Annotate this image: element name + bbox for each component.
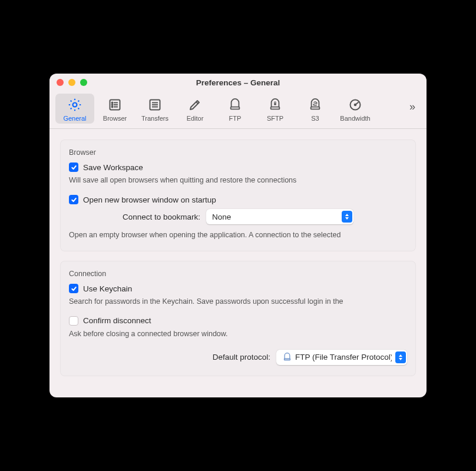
select-value: None — [212, 213, 338, 221]
preferences-toolbar: General Browser Transfers — [49, 91, 427, 129]
list-icon — [107, 97, 123, 113]
default-protocol-label: Default protocol: — [213, 353, 270, 361]
titlebar: Preferences – General — [49, 74, 427, 91]
open-on-startup-checkbox[interactable]: Open new browser window on startup — [69, 195, 407, 204]
disk-lock-icon — [267, 97, 283, 113]
section-title: Connection — [69, 270, 407, 278]
pencil-icon — [187, 97, 203, 113]
checkbox-label: Save Workspace — [83, 163, 143, 172]
gauge-icon — [347, 97, 363, 113]
tab-s3[interactable]: S3 — [296, 94, 335, 124]
svg-rect-15 — [311, 107, 320, 110]
svg-rect-18 — [284, 359, 290, 360]
connect-bookmark-label: Connect to bookmark: — [123, 213, 200, 221]
tab-label: Bandwidth — [340, 115, 370, 122]
save-workspace-checkbox[interactable]: Save Workspace — [69, 162, 407, 172]
checkbox-label: Confirm disconnect — [83, 316, 151, 325]
tab-label: Transfers — [141, 115, 168, 122]
tab-transfers[interactable]: Transfers — [135, 94, 174, 124]
tab-bandwidth[interactable]: Bandwidth — [336, 94, 375, 124]
checkbox-icon — [69, 316, 78, 326]
confirm-disconnect-description: Ask before closing a connected browser w… — [69, 329, 407, 339]
svg-point-0 — [73, 103, 77, 107]
disk-icon — [282, 353, 292, 362]
tab-ftp[interactable]: FTP — [216, 94, 254, 124]
svg-rect-13 — [271, 107, 280, 110]
tab-label: General — [63, 115, 86, 122]
tab-sftp[interactable]: SFTP — [256, 94, 295, 124]
svg-point-6 — [112, 107, 113, 108]
disk-icon — [227, 97, 243, 113]
queue-icon — [147, 97, 163, 113]
tab-label: Editor — [187, 115, 204, 122]
checkbox-icon — [69, 195, 78, 204]
tab-editor[interactable]: Editor — [176, 94, 214, 124]
svg-rect-12 — [231, 107, 240, 110]
checkbox-icon — [69, 162, 78, 172]
use-keychain-checkbox[interactable]: Use Keychain — [69, 284, 407, 293]
svg-point-2 — [112, 102, 113, 104]
svg-point-17 — [355, 104, 356, 106]
tab-label: FTP — [229, 115, 242, 122]
select-stepper-icon — [395, 351, 406, 363]
svg-point-4 — [112, 104, 113, 105]
confirm-disconnect-checkbox[interactable]: Confirm disconnect — [69, 316, 407, 326]
zoom-window-button[interactable] — [80, 79, 87, 86]
select-value: FTP (File Transfer Protocol) — [295, 353, 392, 361]
checkbox-label: Use Keychain — [83, 284, 132, 293]
section-title: Browser — [69, 148, 407, 157]
section-connection: Connection Use Keychain Search for passw… — [60, 261, 416, 376]
svg-rect-14 — [274, 104, 276, 105]
checkbox-icon — [69, 284, 78, 293]
window-controls — [57, 79, 87, 86]
toolbar-overflow-button[interactable]: » — [404, 94, 421, 120]
tab-label: S3 — [311, 115, 319, 122]
content-area: Browser Save Workspace Will save all ope… — [49, 129, 427, 397]
use-keychain-description: Search for passwords in the Keychain. Sa… — [69, 297, 407, 307]
close-window-button[interactable] — [57, 79, 64, 86]
default-protocol-select[interactable]: FTP (File Transfer Protocol) — [276, 350, 407, 365]
save-workspace-description: Will save all open browsers when quittin… — [69, 175, 407, 185]
section-browser: Browser Save Workspace Will save all ope… — [60, 140, 416, 251]
open-on-startup-description: Open an empty browser when opening the a… — [69, 230, 407, 240]
gear-icon — [67, 97, 83, 113]
connect-bookmark-select[interactable]: None — [206, 209, 353, 224]
tab-label: SFTP — [267, 115, 283, 122]
checkbox-label: Open new browser window on startup — [83, 195, 216, 204]
window-title: Preferences – General — [49, 78, 427, 87]
tab-browser[interactable]: Browser — [95, 94, 134, 124]
disk-s3-icon — [307, 97, 323, 113]
tab-general[interactable]: General — [55, 94, 94, 124]
select-stepper-icon — [342, 211, 352, 223]
minimize-window-button[interactable] — [68, 79, 75, 86]
tab-label: Browser — [103, 115, 127, 122]
preferences-window: Preferences – General General Brow — [49, 74, 427, 397]
